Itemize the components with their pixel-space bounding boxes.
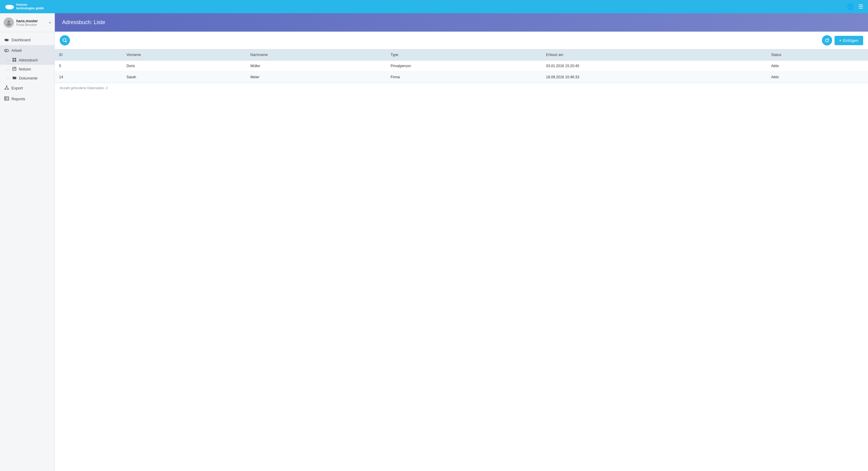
col-vorname: Vorname [122, 49, 246, 61]
cell-vorname: Doris [122, 61, 246, 72]
sidebar-item-export-label: Export [11, 86, 23, 90]
col-erfasst-am: Erfasst am [542, 49, 767, 61]
network-icon [4, 85, 9, 91]
svg-point-3 [7, 21, 10, 23]
page-title: Adressbuch: Liste [62, 19, 861, 26]
sidebar-item-notizen[interactable]: ··· Notizen [0, 65, 55, 74]
toolbar-right: ▾ Einfügen [822, 35, 863, 45]
svg-line-20 [5, 87, 7, 89]
dots-icon-2: ··· [7, 67, 9, 71]
user-chevron-icon[interactable]: ▾ [49, 21, 51, 25]
top-header: horizon technologies gmbh 🌐 ☰ [0, 0, 868, 13]
cell-status: Aktiv [767, 61, 868, 72]
col-status: Status [767, 49, 868, 61]
search-button[interactable] [60, 35, 70, 45]
logo: horizon technologies gmbh [5, 3, 44, 10]
table-footer-count: Anzahl gefundene Datensätze: 2 [55, 83, 868, 93]
folder-icon [12, 76, 17, 80]
header-icons: 🌐 ☰ [847, 3, 863, 10]
col-type: Type [386, 49, 542, 61]
svg-rect-12 [13, 60, 14, 62]
edit-icon [12, 67, 16, 72]
user-section: hans.muster Portal Benutzer ▾ [0, 13, 55, 32]
svg-line-21 [7, 87, 8, 89]
svg-line-28 [66, 41, 67, 42]
table-container: ID Vorname Nachname Type Erfasst am Stat… [55, 49, 868, 471]
sidebar-nav: Dashboard Arbeit ··· [0, 32, 55, 107]
table-row[interactable]: 14SarahMeierFirma18.09.2016 10:46:33Akti… [55, 72, 868, 83]
sidebar-item-dashboard[interactable]: Dashboard [0, 35, 55, 45]
table-row[interactable]: 5DorisMüllerPrivatperson03.01.2016 15:20… [55, 61, 868, 72]
cell-vorname: Sarah [122, 72, 246, 83]
dots-icon: ··· [7, 59, 9, 62]
cell-id: 14 [55, 72, 122, 83]
cloud-icon [4, 37, 9, 42]
table-icon [4, 96, 9, 101]
svg-rect-14 [13, 67, 16, 70]
einfugen-button[interactable]: ▾ Einfügen [835, 36, 863, 45]
cell-erfasst_am: 03.01.2016 15:20:45 [542, 61, 767, 72]
logo-text: horizon technologies gmbh [16, 3, 44, 10]
svg-rect-10 [13, 58, 14, 60]
dots-icon-3: ··· [7, 76, 9, 80]
svg-point-2 [9, 5, 13, 8]
main-layout: hans.muster Portal Benutzer ▾ Dashboard [0, 13, 868, 471]
toolbar: ▾ Einfügen [55, 32, 868, 49]
sidebar-item-reports[interactable]: Reports [0, 94, 55, 104]
svg-rect-13 [15, 60, 16, 62]
chevron-down-icon: ▾ [839, 38, 841, 42]
adressbuch-table: ID Vorname Nachname Type Erfasst am Stat… [55, 49, 868, 83]
cell-id: 5 [55, 61, 122, 72]
globe-icon[interactable]: 🌐 [847, 3, 854, 10]
svg-point-17 [6, 86, 7, 87]
user-role: Portal Benutzer [16, 23, 47, 27]
user-info: hans.muster Portal Benutzer [16, 19, 47, 27]
user-name: hans.muster [16, 19, 47, 23]
content-area: Adressbuch: Liste ▾ Einfügen [55, 13, 868, 471]
sidebar-item-adressbuch-label: Adressbuch [19, 58, 38, 62]
sidebar-item-arbeit-label: Arbeit [11, 48, 22, 53]
sidebar-item-reports-label: Reports [11, 97, 25, 101]
svg-point-1 [5, 5, 10, 8]
cloud-outline-icon [4, 48, 9, 53]
svg-point-4 [7, 23, 11, 26]
sidebar: hans.muster Portal Benutzer ▾ Dashboard [0, 13, 55, 471]
sidebar-item-dokumente-label: Dokumente [19, 76, 37, 80]
menu-icon[interactable]: ☰ [858, 3, 863, 10]
page-header: Adressbuch: Liste [55, 13, 868, 32]
cell-status: Aktiv [767, 72, 868, 83]
refresh-button[interactable] [822, 35, 832, 45]
sidebar-item-notizen-label: Notizen [19, 67, 31, 71]
svg-rect-11 [15, 58, 16, 60]
table-header-row: ID Vorname Nachname Type Erfasst am Stat… [55, 49, 868, 61]
sidebar-item-adressbuch[interactable]: ··· Adressbuch [0, 56, 55, 65]
table-body: 5DorisMüllerPrivatperson03.01.2016 15:20… [55, 61, 868, 83]
svg-rect-23 [4, 97, 9, 100]
table-header: ID Vorname Nachname Type Erfasst am Stat… [55, 49, 868, 61]
cell-type: Firma [386, 72, 542, 83]
cell-nachname: Meier [246, 72, 386, 83]
sidebar-item-export[interactable]: Export [0, 82, 55, 94]
sidebar-item-dokumente[interactable]: ··· Dokumente [0, 74, 55, 82]
col-id: ID [55, 49, 122, 61]
grid-icon [12, 58, 16, 63]
cell-nachname: Müller [246, 61, 386, 72]
col-nachname: Nachname [246, 49, 386, 61]
sidebar-item-arbeit[interactable]: Arbeit [0, 45, 55, 56]
cell-erfasst_am: 18.09.2016 10:46:33 [542, 72, 767, 83]
svg-point-7 [7, 39, 9, 41]
einfugen-label: Einfügen [843, 38, 858, 43]
cell-type: Privatperson [386, 61, 542, 72]
avatar [4, 18, 14, 28]
sidebar-item-dashboard-label: Dashboard [11, 38, 31, 42]
